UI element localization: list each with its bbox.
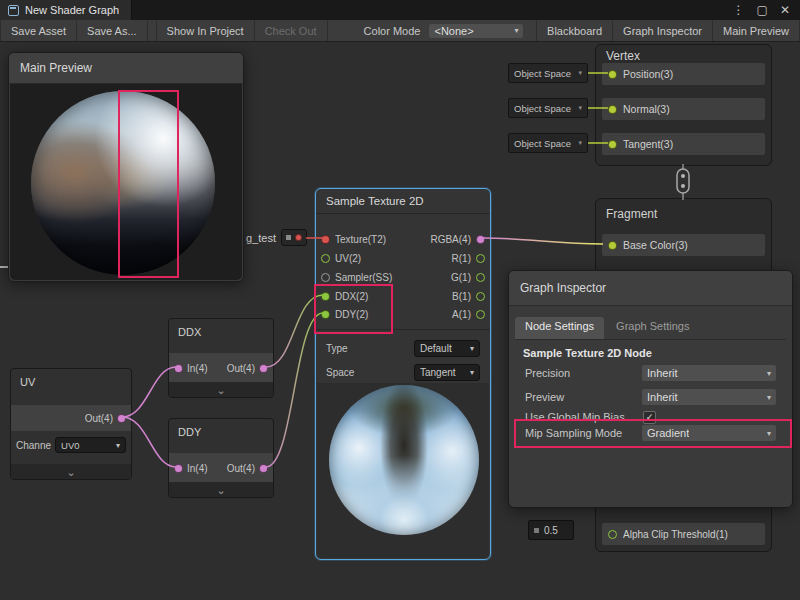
preview-row: Preview Inherit [525, 387, 780, 407]
g-port[interactable] [476, 273, 485, 282]
tangent-port[interactable] [608, 140, 617, 149]
ddx-in-label: In(4) [187, 363, 208, 374]
a-port[interactable] [476, 310, 485, 319]
texture-property-pill [281, 229, 307, 246]
sampler-input-label: Sampler(SS) [335, 272, 392, 283]
normal-space-dropdown[interactable]: Object Space [508, 98, 588, 118]
ddy-out-port[interactable] [259, 464, 268, 473]
blackboard-toggle[interactable]: Blackboard [536, 20, 613, 41]
graph-inspector-toggle[interactable]: Graph Inspector [613, 20, 713, 41]
vertex-fragment-connector-handle[interactable] [677, 169, 689, 193]
ddx-node[interactable]: DDX In(4) Out(4) [168, 318, 274, 398]
ddx-port[interactable] [321, 292, 330, 301]
mip-sampling-mode-dropdown[interactable]: Gradient [641, 424, 777, 442]
ddy-port-row: In(4) Out(4) [169, 453, 273, 483]
space-row: Space Tangent [326, 363, 480, 381]
ddy-node-title: DDY [169, 419, 273, 438]
maximize-icon[interactable]: ▢ [757, 0, 768, 20]
r-port[interactable] [476, 254, 485, 263]
close-icon[interactable]: ✕ [780, 0, 790, 20]
ddx-in-port[interactable] [174, 364, 183, 373]
base-color-port[interactable] [608, 241, 617, 250]
preview-label: Preview [525, 391, 564, 403]
uv-channel-value: UV0 [61, 440, 79, 451]
sample-texture-2d-node[interactable]: Sample Texture 2D Texture(T2) UV(2) Samp… [315, 188, 491, 560]
uv-out-row: Out(4) [11, 405, 131, 431]
tangent-space-dropdown[interactable]: Object Space [508, 133, 588, 153]
edge-rgba-to-basecolor[interactable] [483, 238, 603, 244]
graph-inspector-title: Graph Inspector [520, 281, 606, 295]
main-preview-panel[interactable]: Main Preview [8, 52, 244, 282]
type-label: Type [326, 343, 348, 354]
mip-mode-value: Gradient [647, 427, 689, 439]
fragment-row-base-color: Base Color(3) [602, 234, 765, 256]
show-in-project-button[interactable]: Show In Project [156, 20, 255, 41]
ddx-out-label: Out(4) [227, 363, 255, 374]
texture-output-port[interactable] [295, 234, 302, 241]
ddy-port[interactable] [321, 310, 330, 319]
main-preview-body [10, 84, 242, 280]
vertex-row-tangent: Tangent(3) [602, 133, 765, 155]
uv-node[interactable]: UV Out(4) Channe UV0 [10, 368, 132, 480]
space-dropdown[interactable]: Tangent [414, 364, 480, 381]
sampler-port[interactable] [321, 273, 330, 282]
position-port[interactable] [608, 70, 617, 79]
base-color-label: Base Color(3) [623, 239, 688, 251]
texture-port[interactable] [321, 235, 330, 244]
alpha-clip-value: 0.5 [544, 525, 558, 536]
uv-out-port[interactable] [117, 414, 126, 423]
ddy-in-port[interactable] [174, 464, 183, 473]
normal-port[interactable] [608, 105, 617, 114]
rgba-port[interactable] [476, 235, 485, 244]
fragment-node-title: Fragment [596, 199, 771, 221]
tab-node-settings[interactable]: Node Settings [515, 317, 604, 339]
mip-mode-row: Mip Sampling Mode Gradient [525, 422, 780, 444]
uv-collapse-chevron-icon[interactable] [11, 464, 131, 479]
sample-texture-title: Sample Texture 2D [316, 189, 490, 214]
graph-inspector-header[interactable]: Graph Inspector [509, 271, 792, 306]
ddy-collapse-chevron-icon[interactable] [169, 482, 273, 497]
uv-channel-dropdown[interactable]: UV0 [55, 437, 126, 453]
main-preview-toggle[interactable]: Main Preview [713, 20, 800, 41]
menu-icon[interactable]: ⋮ [733, 0, 745, 20]
input-row-uv: UV(2) [321, 249, 361, 267]
precision-row: Precision Inherit [525, 363, 780, 383]
output-row-g: G(1) [451, 268, 485, 286]
graph-canvas[interactable]: Vertex Position(3) Normal(3) Tangent(3) … [0, 42, 800, 600]
color-mode-dropdown[interactable]: <None> [428, 23, 524, 39]
ddy-out-label: Out(4) [227, 463, 255, 474]
precision-dropdown[interactable]: Inherit [641, 364, 777, 382]
document-tab[interactable]: New Shader Graph [0, 0, 132, 20]
uv-channel-row: Channe UV0 [16, 435, 126, 455]
type-dropdown[interactable]: Default [414, 340, 480, 357]
uv-node-title: UV [11, 369, 131, 388]
ddy-node[interactable]: DDY In(4) Out(4) [168, 418, 274, 498]
vertex-node[interactable]: Vertex Position(3) Normal(3) Tangent(3) [595, 44, 772, 166]
rgba-output-label: RGBA(4) [430, 234, 471, 245]
position-space-dropdown[interactable]: Object Space [508, 63, 588, 83]
alpha-clip-value-field[interactable]: 0.5 [528, 520, 574, 540]
vertex-row-position: Position(3) [602, 63, 765, 85]
texture-property-node[interactable]: g_test [246, 229, 307, 246]
main-preview-header[interactable]: Main Preview [9, 53, 243, 84]
alpha-clip-port[interactable] [608, 530, 617, 539]
save-asset-button[interactable]: Save Asset [0, 20, 77, 41]
tab-graph-settings[interactable]: Graph Settings [606, 317, 699, 339]
ddx-out-port[interactable] [259, 364, 268, 373]
uv-out-label: Out(4) [85, 413, 113, 424]
window-title: New Shader Graph [25, 4, 119, 16]
preview-dropdown[interactable]: Inherit [641, 388, 777, 406]
uv-port[interactable] [321, 254, 330, 263]
save-as-button[interactable]: Save As... [77, 20, 148, 41]
vertex-node-title: Vertex [596, 45, 771, 63]
graph-inspector-panel[interactable]: Graph Inspector Node Settings Graph Sett… [508, 270, 793, 508]
b-port[interactable] [476, 292, 485, 301]
connector-dot [681, 184, 685, 188]
color-mode-label: Color Mode [356, 20, 429, 41]
ddx-collapse-chevron-icon[interactable] [169, 382, 273, 397]
input-row-texture: Texture(T2) [321, 230, 386, 248]
uv-channel-label: Channe [16, 440, 51, 451]
toolbar: Save Asset Save As... Show In Project Ch… [0, 20, 800, 42]
output-row-b: B(1) [452, 287, 485, 305]
shader-graph-window: New Shader Graph ⋮ ▢ ✕ Save Asset Save A… [0, 0, 800, 600]
